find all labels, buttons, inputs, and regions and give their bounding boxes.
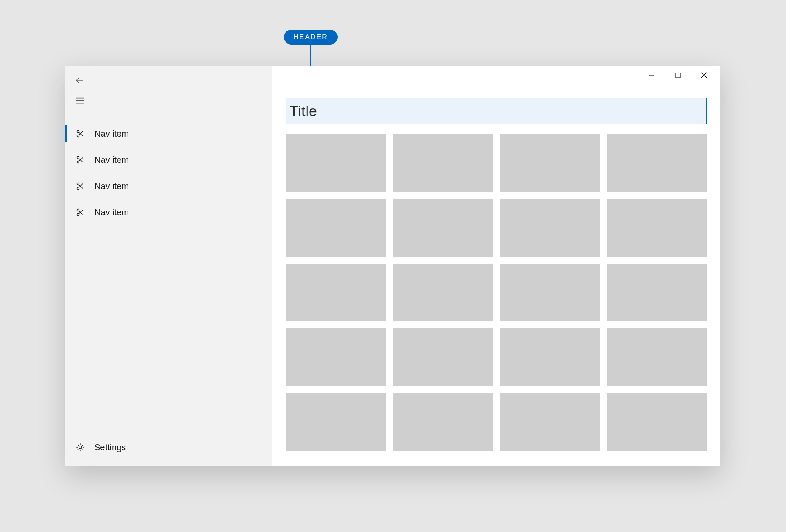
grid-tile[interactable] bbox=[393, 134, 493, 192]
hamburger-icon bbox=[75, 97, 85, 105]
maximize-button[interactable] bbox=[665, 66, 691, 84]
grid-tile[interactable] bbox=[393, 264, 493, 321]
sidebar-bottom: Settings bbox=[66, 434, 272, 466]
svg-point-4 bbox=[77, 131, 79, 133]
back-button[interactable] bbox=[66, 72, 89, 89]
nav-item-3[interactable]: Nav item bbox=[66, 199, 272, 225]
grid-tile[interactable] bbox=[500, 134, 600, 192]
cut-icon bbox=[75, 129, 86, 138]
grid-tile[interactable] bbox=[393, 328, 493, 386]
cut-icon bbox=[75, 208, 86, 217]
nav-item-2[interactable]: Nav item bbox=[66, 173, 272, 199]
content-grid bbox=[286, 134, 707, 451]
svg-point-17 bbox=[77, 214, 79, 216]
close-icon bbox=[701, 72, 707, 78]
window-titlebar bbox=[272, 66, 720, 85]
grid-tile[interactable] bbox=[286, 264, 386, 321]
nav-item-label: Nav item bbox=[94, 155, 129, 165]
minimize-button[interactable] bbox=[638, 66, 665, 84]
content-pane: Title bbox=[272, 66, 720, 466]
header-callout-label: HEADER bbox=[284, 30, 338, 45]
settings-label: Settings bbox=[94, 442, 126, 453]
maximize-icon bbox=[675, 73, 681, 78]
back-arrow-icon bbox=[75, 76, 85, 85]
grid-tile[interactable] bbox=[500, 264, 600, 321]
svg-point-9 bbox=[77, 161, 79, 163]
grid-tile[interactable] bbox=[286, 393, 386, 451]
canvas: HEADER bbox=[0, 0, 786, 532]
grid-tile[interactable] bbox=[393, 393, 493, 451]
sidebar-top bbox=[66, 66, 272, 113]
nav-list: Nav item Nav item bbox=[66, 121, 272, 225]
nav-item-label: Nav item bbox=[94, 181, 129, 191]
svg-point-8 bbox=[77, 157, 79, 159]
grid-tile[interactable] bbox=[286, 134, 386, 192]
grid-tile[interactable] bbox=[607, 328, 707, 386]
page-header: Title bbox=[286, 98, 707, 124]
nav-item-label: Nav item bbox=[94, 129, 129, 139]
cut-icon bbox=[75, 182, 86, 190]
grid-tile[interactable] bbox=[286, 199, 386, 256]
grid-tile[interactable] bbox=[286, 328, 386, 386]
svg-point-5 bbox=[77, 135, 79, 137]
nav-item-1[interactable]: Nav item bbox=[66, 147, 272, 173]
grid-tile[interactable] bbox=[607, 199, 707, 256]
nav-item-0[interactable]: Nav item bbox=[66, 121, 272, 147]
grid-tile[interactable] bbox=[607, 134, 707, 192]
minimize-icon bbox=[648, 72, 655, 78]
svg-rect-22 bbox=[676, 73, 680, 78]
close-button[interactable] bbox=[691, 66, 717, 84]
app-window: Nav item Nav item bbox=[66, 66, 720, 466]
svg-point-16 bbox=[77, 209, 79, 211]
menu-button[interactable] bbox=[66, 89, 89, 113]
gear-icon bbox=[75, 442, 86, 452]
svg-point-20 bbox=[79, 446, 82, 449]
grid-tile[interactable] bbox=[607, 264, 707, 321]
sidebar: Nav item Nav item bbox=[66, 66, 272, 466]
grid-tile[interactable] bbox=[500, 328, 600, 386]
grid-tile[interactable] bbox=[500, 199, 600, 256]
grid-tile[interactable] bbox=[500, 393, 600, 451]
svg-point-13 bbox=[77, 187, 79, 190]
svg-point-12 bbox=[77, 183, 79, 185]
nav-item-label: Nav item bbox=[94, 207, 129, 218]
page-title: Title bbox=[290, 103, 703, 120]
settings-button[interactable]: Settings bbox=[66, 434, 272, 460]
cut-icon bbox=[75, 155, 86, 164]
grid-tile[interactable] bbox=[393, 199, 493, 256]
grid-tile[interactable] bbox=[607, 393, 707, 451]
